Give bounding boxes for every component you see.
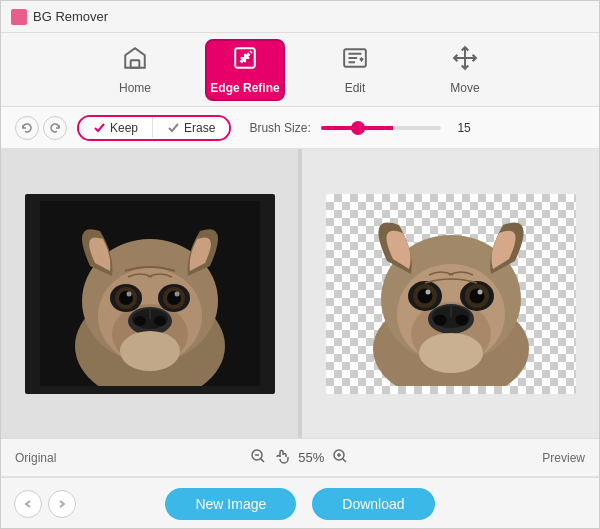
keep-erase-group: Keep Erase: [77, 115, 231, 141]
toolbar: Home Edge Refine Edit: [1, 33, 599, 107]
tool-edit[interactable]: Edit: [315, 39, 395, 101]
options-bar: Keep Erase Brush Size: 15: [1, 107, 599, 149]
svg-point-41: [419, 333, 483, 373]
brush-size-slider[interactable]: [321, 126, 441, 130]
new-image-button[interactable]: New Image: [165, 488, 296, 520]
svg-point-37: [417, 289, 432, 304]
preview-panel[interactable]: [302, 149, 599, 438]
keep-button[interactable]: Keep: [79, 117, 152, 139]
brush-size-label: Brush Size:: [249, 121, 310, 135]
svg-point-38: [469, 289, 484, 304]
svg-point-39: [425, 290, 430, 295]
svg-line-43: [261, 459, 265, 463]
app-icon: [11, 9, 27, 25]
original-panel[interactable]: [1, 149, 298, 438]
zoom-out-button[interactable]: [250, 448, 266, 467]
svg-point-31: [455, 315, 468, 326]
svg-point-13: [154, 316, 166, 326]
preview-image: [326, 194, 576, 394]
svg-point-21: [126, 292, 131, 297]
tool-edge-refine[interactable]: Edge Refine: [205, 39, 285, 101]
undo-redo-group: [15, 116, 67, 140]
app-title: BG Remover: [33, 9, 108, 24]
svg-line-46: [343, 459, 347, 463]
svg-point-40: [477, 290, 482, 295]
bottom-bar: New Image Download: [1, 477, 599, 529]
home-label: Home: [119, 81, 151, 95]
move-label: Move: [450, 81, 479, 95]
undo-button[interactable]: [15, 116, 39, 140]
original-label: Original: [15, 451, 56, 465]
zoom-in-button[interactable]: [332, 448, 348, 467]
dog-preview-svg: [341, 201, 561, 386]
tool-move[interactable]: Move: [425, 39, 505, 101]
tool-home[interactable]: Home: [95, 39, 175, 101]
edge-refine-icon: [232, 45, 258, 77]
preview-label: Preview: [542, 451, 585, 465]
original-image: [25, 194, 275, 394]
svg-point-23: [120, 331, 180, 371]
edit-label: Edit: [345, 81, 366, 95]
action-buttons-group: New Image Download: [1, 488, 599, 520]
canvas-area: [1, 149, 599, 439]
dog-original-svg: [40, 201, 260, 386]
svg-point-22: [174, 292, 179, 297]
title-bar: BG Remover: [1, 1, 599, 33]
svg-point-12: [134, 316, 146, 326]
redo-button[interactable]: [43, 116, 67, 140]
brush-size-value: 15: [451, 121, 471, 135]
svg-point-30: [433, 315, 446, 326]
zoom-controls: 55%: [250, 448, 348, 467]
edge-refine-label: Edge Refine: [210, 81, 279, 95]
home-icon: [122, 45, 148, 77]
hand-tool-button[interactable]: [274, 448, 290, 467]
erase-button[interactable]: Erase: [153, 117, 229, 139]
edit-icon: [342, 45, 368, 77]
svg-rect-0: [131, 60, 140, 68]
move-icon: [452, 45, 478, 77]
zoom-value: 55%: [298, 450, 324, 465]
download-button[interactable]: Download: [312, 488, 434, 520]
status-bar: Original 55% Preview: [1, 439, 599, 477]
